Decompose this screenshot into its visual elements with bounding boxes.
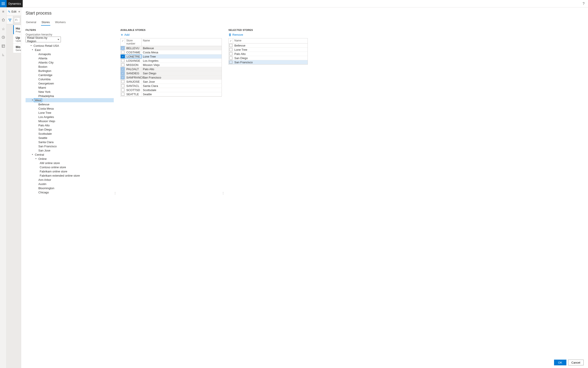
tree-node[interactable]: Annapolis xyxy=(26,52,114,56)
tree-node[interactable]: Atlantic City xyxy=(26,60,114,64)
tree-node[interactable]: Bellevue xyxy=(26,102,114,107)
row-checkbox[interactable] xyxy=(121,84,124,87)
tree-node[interactable]: ▲East xyxy=(26,48,114,52)
tab-general[interactable]: General xyxy=(26,19,37,26)
tree-node[interactable]: ▲Online xyxy=(26,157,114,161)
available-row[interactable]: SANDIEGSan Diego xyxy=(121,71,221,75)
row-checkbox[interactable] xyxy=(121,55,124,58)
tree-node[interactable]: AW online store xyxy=(26,161,114,165)
available-row[interactable]: SCOTTSDScottsdale xyxy=(121,88,221,92)
selected-row[interactable]: Bellevue xyxy=(229,43,308,48)
tree-node[interactable]: ▲Central xyxy=(26,153,114,157)
tree-toggle-icon[interactable]: ▲ xyxy=(31,154,34,156)
remove-button[interactable]: Remove xyxy=(228,33,308,38)
tab-stores[interactable]: Stores xyxy=(41,19,50,26)
selected-row[interactable]: San Diego xyxy=(229,56,308,60)
available-row[interactable]: SANTACLSanta Clara xyxy=(121,84,221,88)
nav-menu-icon[interactable]: ≡ xyxy=(2,10,4,14)
available-row[interactable]: COSTAMECosta Mesa xyxy=(121,50,221,55)
splitter-right[interactable] xyxy=(222,29,224,358)
tree-node[interactable]: San Diego xyxy=(26,128,114,132)
row-checkbox[interactable] xyxy=(121,67,124,71)
tree-node[interactable]: Contoso online store xyxy=(26,165,114,169)
selected-row[interactable]: Lone Tree xyxy=(229,48,308,52)
add-button[interactable]: Add xyxy=(120,33,222,38)
splitter-left[interactable] xyxy=(114,29,116,358)
tree-node[interactable]: ▲Contoso Retail USA xyxy=(26,44,114,48)
available-row[interactable]: LONETRELone Tree xyxy=(121,55,221,59)
tree-node[interactable]: Chicago xyxy=(26,190,114,194)
available-row[interactable]: LOSANGELos Angeles xyxy=(121,59,221,63)
tree-node[interactable]: Austin xyxy=(26,182,114,186)
nav-recent-icon[interactable] xyxy=(1,36,5,40)
available-row[interactable]: SANJOSESan Jose xyxy=(121,80,221,84)
tree-toggle-icon[interactable]: ▲ xyxy=(29,45,33,46)
tree-toggle-icon[interactable]: ▲ xyxy=(31,100,34,101)
tree-node[interactable]: Lone Tree xyxy=(26,111,114,115)
bg-search-input[interactable] xyxy=(14,18,20,23)
available-row[interactable]: MISSIONMission Viejo xyxy=(121,63,221,67)
row-checkbox[interactable] xyxy=(121,63,124,66)
waffle-icon[interactable] xyxy=(0,0,7,7)
filter-icon[interactable] xyxy=(7,16,13,24)
nav-workspace-icon[interactable] xyxy=(1,44,5,49)
row-checkbox[interactable] xyxy=(229,56,232,60)
cancel-button[interactable]: Cancel xyxy=(568,360,584,365)
row-checkbox[interactable] xyxy=(229,44,232,47)
row-checkbox[interactable] xyxy=(121,76,124,79)
tree-node[interactable]: Seattle xyxy=(26,136,114,140)
row-checkbox[interactable] xyxy=(121,92,124,96)
tree-node[interactable]: Bloomington xyxy=(26,186,114,190)
row-checkbox[interactable] xyxy=(229,52,232,55)
tree-node[interactable]: Mission Viejo xyxy=(26,119,114,123)
tree-node[interactable]: Miami xyxy=(26,86,114,90)
available-row[interactable]: BELLEVUBellevue xyxy=(121,46,221,50)
select-all-checkbox[interactable] xyxy=(229,38,233,43)
available-row[interactable]: SEATTLESeattle xyxy=(121,92,221,96)
row-checkbox[interactable] xyxy=(229,48,232,51)
help-icon[interactable]: ? xyxy=(579,0,588,7)
tree-node[interactable]: Santa Clara xyxy=(26,140,114,144)
row-checkbox[interactable] xyxy=(121,88,124,92)
row-checkbox[interactable] xyxy=(121,59,124,62)
tree-node[interactable]: Fabrikam extended online store xyxy=(26,174,114,178)
org-tree[interactable]: ▲Contoso Retail USA▲EastAnnapolisAtlanta… xyxy=(26,44,114,358)
tree-node[interactable]: Cambridge xyxy=(26,73,114,77)
tree-node[interactable]: ▲West xyxy=(26,98,114,102)
col-store-number[interactable]: Store number xyxy=(125,38,142,46)
row-checkbox[interactable] xyxy=(229,61,232,64)
col-store-name[interactable]: Name xyxy=(142,38,221,46)
row-checkbox[interactable] xyxy=(121,51,124,54)
bg-list-item[interactable]: HoPrep xyxy=(13,25,21,34)
tree-node[interactable]: Burlington xyxy=(26,69,114,73)
tree-node[interactable]: San Jose xyxy=(26,148,114,153)
select-all-checkbox[interactable] xyxy=(121,38,125,43)
tree-node[interactable]: New York xyxy=(26,90,114,94)
selected-row[interactable]: Palo Alto xyxy=(229,52,308,56)
tree-node[interactable]: Georgetown xyxy=(26,81,114,86)
available-row[interactable]: SANFRANCISSan Francisco xyxy=(121,75,221,80)
edit-label[interactable]: Edit xyxy=(11,10,16,13)
row-checkbox[interactable] xyxy=(121,80,124,83)
tree-node[interactable]: Boston xyxy=(26,64,114,69)
tree-node[interactable]: San Francisco xyxy=(26,144,114,148)
tree-toggle-icon[interactable]: ▲ xyxy=(31,49,34,51)
available-row[interactable]: PALOALTPalo Alto xyxy=(121,67,221,71)
nav-favorites-icon[interactable]: ☆ xyxy=(2,27,5,31)
bg-list-item[interactable]: UpUpda xyxy=(13,34,21,43)
pencil-icon[interactable]: ✎ xyxy=(8,10,10,13)
org-hierarchy-select[interactable]: Retail Stores by Region xyxy=(26,37,61,42)
bg-list-item[interactable]: MoGene xyxy=(13,44,21,53)
tree-toggle-icon[interactable]: ▲ xyxy=(34,158,37,160)
nav-list-icon[interactable] xyxy=(1,53,5,57)
ok-button[interactable]: OK xyxy=(554,360,566,365)
row-checkbox[interactable] xyxy=(121,72,124,75)
tree-node[interactable]: Costa Mesa xyxy=(26,107,114,111)
col-name[interactable]: Name xyxy=(233,38,308,43)
tree-node[interactable]: Atlanta xyxy=(26,56,114,60)
tree-node[interactable]: Philadelphia xyxy=(26,94,114,98)
tree-node[interactable]: Los Angeles xyxy=(26,115,114,119)
selected-row[interactable]: San Francisco xyxy=(229,60,308,64)
tab-workers[interactable]: Workers xyxy=(55,19,66,26)
row-checkbox[interactable] xyxy=(121,46,124,50)
